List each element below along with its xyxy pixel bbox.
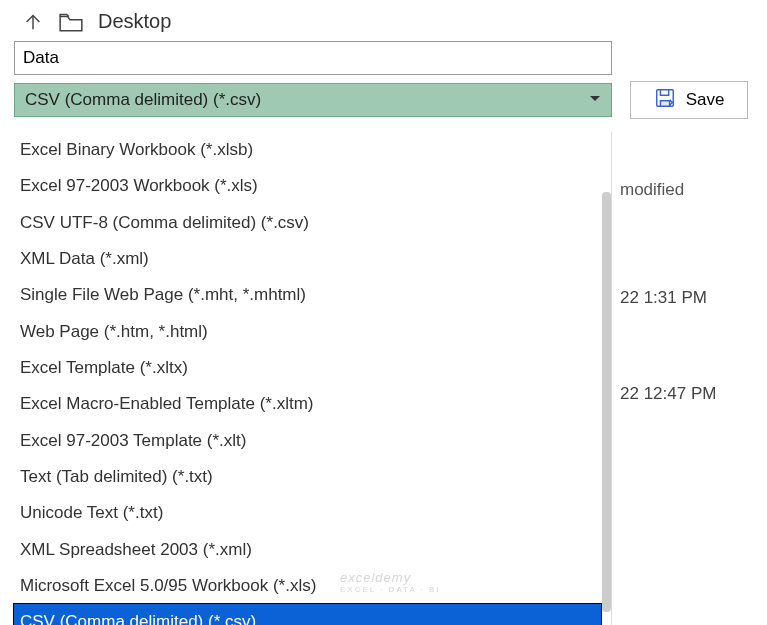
file-row-date: 22 12:47 PM: [620, 356, 760, 452]
filetype-dropdown[interactable]: CSV (Comma delimited) (*.csv): [14, 83, 612, 117]
folder-icon[interactable]: [58, 11, 84, 33]
filename-input[interactable]: [14, 41, 612, 75]
chevron-down-icon: [589, 90, 601, 110]
filetype-dropdown-list: Excel Binary Workbook (*.xlsb)Excel 97-2…: [14, 132, 612, 625]
filetype-option[interactable]: Web Page (*.htm, *.html): [14, 314, 601, 350]
filetype-option[interactable]: Text (Tab delimited) (*.txt): [14, 459, 601, 495]
column-header-modified: modified: [620, 160, 760, 260]
filetype-selected-label: CSV (Comma delimited) (*.csv): [25, 90, 261, 110]
filetype-option[interactable]: Excel 97-2003 Workbook (*.xls): [14, 168, 601, 204]
filetype-option[interactable]: CSV (Comma delimited) (*.csv): [14, 604, 601, 625]
filetype-option[interactable]: XML Data (*.xml): [14, 241, 601, 277]
file-list-background: modified 22 1:31 PM 22 12:47 PM: [620, 160, 760, 452]
filename-row: [0, 41, 767, 81]
filetype-option[interactable]: XML Spreadsheet 2003 (*.xml): [14, 532, 601, 568]
filetype-option[interactable]: Unicode Text (*.txt): [14, 495, 601, 531]
breadcrumb-row: Desktop: [0, 0, 767, 41]
filetype-option[interactable]: Excel Binary Workbook (*.xlsb): [14, 132, 601, 168]
save-icon: [654, 87, 676, 114]
watermark: exceldemy EXCEL · DATA · BI: [340, 570, 441, 594]
filetype-option[interactable]: Excel Macro-Enabled Template (*.xltm): [14, 386, 601, 422]
filetype-option[interactable]: CSV UTF-8 (Comma delimited) (*.csv): [14, 205, 601, 241]
save-label: Save: [686, 90, 725, 110]
filetype-option[interactable]: Microsoft Excel 5.0/95 Workbook (*.xls): [14, 568, 601, 604]
save-button[interactable]: Save: [630, 81, 748, 119]
filetype-option[interactable]: Excel Template (*.xltx): [14, 350, 601, 386]
filetype-option[interactable]: Single File Web Page (*.mht, *.mhtml): [14, 277, 601, 313]
breadcrumb-location[interactable]: Desktop: [98, 10, 171, 33]
file-row-date: 22 1:31 PM: [620, 260, 760, 356]
filetype-option[interactable]: Excel 97-2003 Template (*.xlt): [14, 423, 601, 459]
dropdown-scrollbar[interactable]: [602, 192, 611, 612]
up-arrow-icon[interactable]: [22, 11, 44, 33]
filetype-row: CSV (Comma delimited) (*.csv) Save: [0, 81, 767, 119]
